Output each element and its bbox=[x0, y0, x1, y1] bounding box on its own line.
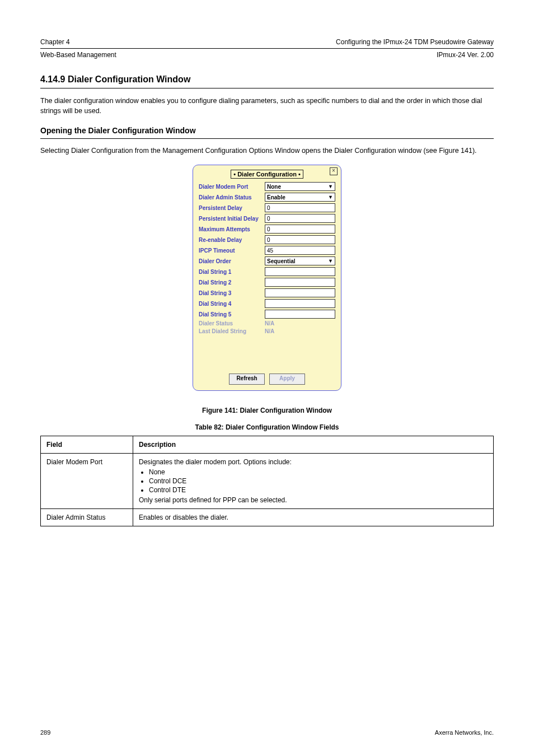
th-desc: Description bbox=[133, 436, 494, 454]
cell-field-2: Dialer Admin Status bbox=[41, 509, 133, 526]
input-persistent-delay[interactable] bbox=[265, 203, 335, 212]
select-admin-status[interactable]: Enable ▼ bbox=[265, 193, 335, 202]
section-intro: The dialer configuration window enables … bbox=[40, 96, 494, 116]
table-caption: Table 82: Dialer Configuration Window Fi… bbox=[40, 423, 494, 431]
header-subleft: Web-Based Management bbox=[40, 51, 116, 59]
dialer-config-dialog: × • Dialer Configuration • Dialer Modem … bbox=[193, 165, 341, 391]
refresh-button[interactable]: Refresh bbox=[229, 374, 265, 385]
label-initial-delay: Persistent Initial Delay bbox=[199, 216, 265, 222]
input-initial-delay[interactable] bbox=[265, 214, 335, 223]
section-title: 4.14.9 Dialer Configuration Window bbox=[40, 74, 494, 85]
label-dial4: Dial String 4 bbox=[199, 301, 265, 307]
section-rule bbox=[40, 88, 494, 88]
header-topic: Configuring the IPmux-24 TDM Pseudowire … bbox=[336, 38, 494, 46]
chevron-down-icon: ▼ bbox=[328, 258, 333, 264]
cell-desc-1-note: Only serial ports defined for PPP can be… bbox=[139, 496, 287, 504]
select-admin-status-value: Enable bbox=[267, 194, 285, 200]
header-chapter: Chapter 4 bbox=[40, 38, 70, 46]
input-dial3[interactable] bbox=[265, 288, 335, 297]
chevron-down-icon: ▼ bbox=[328, 184, 333, 189]
label-max-attempts: Maximum Attempts bbox=[199, 226, 265, 232]
label-dial5: Dial String 5 bbox=[199, 311, 265, 318]
dialog-title: • Dialer Configuration • bbox=[231, 170, 303, 179]
input-ipcp-timeout[interactable] bbox=[265, 246, 335, 255]
label-persistent-delay: Persistent Delay bbox=[199, 205, 265, 211]
footer-company: Axerra Networks, Inc. bbox=[435, 729, 494, 736]
input-max-attempts[interactable] bbox=[265, 225, 335, 234]
input-dial4[interactable] bbox=[265, 299, 335, 308]
select-dialer-order[interactable]: Sequential ▼ bbox=[265, 256, 335, 265]
label-dial2: Dial String 2 bbox=[199, 279, 265, 286]
open-heading: Opening the Dialer Configuration Window bbox=[40, 126, 494, 135]
label-reenable-delay: Re-enable Delay bbox=[199, 237, 265, 243]
label-dial3: Dial String 3 bbox=[199, 290, 265, 296]
subheading-rule bbox=[40, 138, 494, 139]
open-paragraph: Selecting Dialer Configuration from the … bbox=[40, 146, 494, 156]
select-modem-port-value: None bbox=[267, 184, 281, 190]
select-modem-port[interactable]: None ▼ bbox=[265, 182, 335, 191]
th-field: Field bbox=[41, 436, 133, 454]
table-row: Dialer Modem Port Designates the dialer … bbox=[41, 454, 494, 509]
input-reenable-delay[interactable] bbox=[265, 235, 335, 244]
cell-desc-1-intro: Designates the dialer modem port. Option… bbox=[139, 458, 292, 466]
label-dialer-order: Dialer Order bbox=[199, 258, 265, 264]
opt-dce: Control DCE bbox=[149, 477, 488, 485]
opt-dte: Control DTE bbox=[149, 486, 488, 494]
input-dial2[interactable] bbox=[265, 278, 335, 287]
label-ipcp-timeout: IPCP Timeout bbox=[199, 248, 265, 254]
label-admin-status: Dialer Admin Status bbox=[199, 194, 265, 200]
chevron-down-icon: ▼ bbox=[328, 194, 333, 200]
figure-caption: Figure 141: Dialer Configuration Window bbox=[40, 407, 494, 414]
apply-button[interactable]: Apply bbox=[269, 374, 305, 385]
value-dialer-status: N/A bbox=[265, 320, 274, 326]
label-last-dialed: Last Dialed String bbox=[199, 328, 265, 334]
cell-field-1: Dialer Modem Port bbox=[41, 454, 133, 509]
label-dialer-status: Dialer Status bbox=[199, 320, 265, 326]
label-dial1: Dial String 1 bbox=[199, 269, 265, 275]
input-dial5[interactable] bbox=[265, 310, 335, 319]
cell-desc-1: Designates the dialer modem port. Option… bbox=[133, 454, 494, 509]
cell-desc-2: Enables or disables the dialer. bbox=[133, 509, 494, 526]
close-icon[interactable]: × bbox=[330, 167, 338, 175]
opt-none: None bbox=[149, 468, 488, 476]
select-dialer-order-value: Sequential bbox=[267, 258, 296, 264]
label-modem-port: Dialer Modem Port bbox=[199, 184, 265, 190]
header-subright: IPmux-24 Ver. 2.00 bbox=[437, 51, 494, 59]
table-row: Dialer Admin Status Enables or disables … bbox=[41, 509, 494, 526]
input-dial1[interactable] bbox=[265, 267, 335, 276]
page-number: 289 bbox=[40, 729, 50, 736]
fields-table: Field Description Dialer Modem Port Desi… bbox=[40, 436, 494, 526]
value-last-dialed: N/A bbox=[265, 328, 274, 334]
